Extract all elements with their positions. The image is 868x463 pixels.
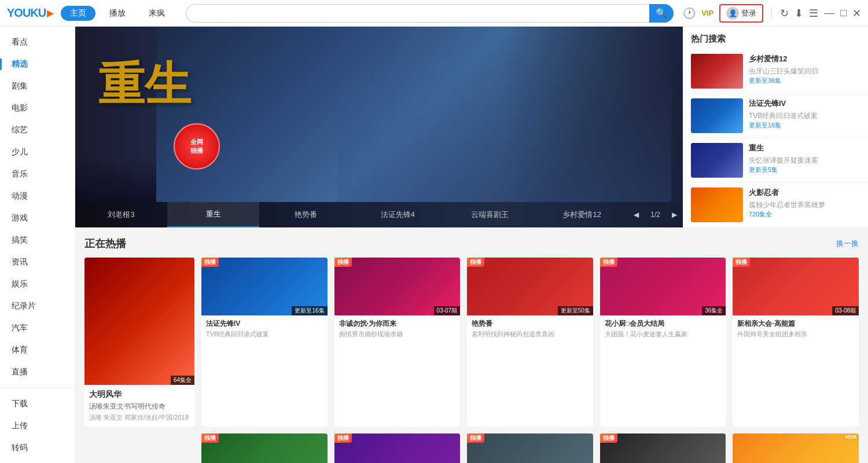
banner-nav-3[interactable]: 艳势番: [259, 203, 351, 227]
minimize-icon[interactable]: —: [824, 7, 834, 19]
close-icon[interactable]: ✕: [852, 7, 861, 20]
video-card-10[interactable]: HDR 更新至32集 幸福敲了两次门 两对夫妻的烦恼人生: [733, 433, 859, 463]
user-avatar-icon: 👤: [726, 7, 739, 20]
hot-info-4: 火影忍者 孤独少年忍者世界英雄梦 720集全: [749, 188, 860, 222]
hot-search-panel: 热门搜索 乡村爱情12 虫牙山三巨头爆笑回归 更新至36集: [683, 27, 868, 227]
hot-thumb-img-2: [691, 98, 743, 133]
sidebar-item-gaoxiao[interactable]: 搞笑: [0, 229, 75, 251]
video-large-card[interactable]: 64集全 大明风华 汤唯朱亚文书写明代传奇 汤唯 朱亚文 邓家佳/张妊/中国/2…: [84, 258, 194, 427]
hot-sub-4: 720集全: [749, 210, 860, 219]
login-button[interactable]: 👤 登录: [719, 4, 763, 23]
sidebar-item-youxi[interactable]: 游戏: [0, 207, 75, 229]
hot-desc-4: 孤独少年忍者世界英雄梦: [749, 200, 860, 210]
hot-name-2: 法证先锋IV: [749, 98, 860, 109]
banner-nav-5[interactable]: 云端喜剧王: [444, 203, 536, 227]
nav-home[interactable]: 主页: [61, 6, 95, 21]
large-title: 大明风华: [89, 389, 190, 400]
video-card-6[interactable]: 独播 更新至14集 百兽总动员·燃到爆 恐龙合体 热血出击: [201, 433, 328, 463]
sidebar-item-kandian[interactable]: 看点: [0, 31, 75, 53]
banner-exclusive-badge: 全网 独播: [174, 123, 220, 170]
video-card-1[interactable]: 独播 更新至16集 法证先锋IV TVB经典回归港式破案: [201, 258, 328, 427]
hot-plays-section: 正在热播 换一换 64集全 大明风华 汤唯朱亚文书写明代传奇: [75, 227, 868, 463]
banner-title-text: 重生: [98, 61, 191, 108]
badge-6: 独播: [201, 433, 219, 443]
maximize-icon[interactable]: □: [840, 7, 847, 19]
thumb-6: 独播 更新至14集: [201, 433, 328, 463]
hot-item-1[interactable]: 乡村爱情12 虫牙山三巨头爆笑回归 更新至36集: [683, 49, 868, 94]
sidebar-item-shaoer[interactable]: 少儿: [0, 141, 75, 163]
video-card-4[interactable]: 独播 36集全 花小厨□会员大结局 大团圆！花小麦迷妻人生赢家: [600, 258, 726, 427]
sidebar-item-zhuanma[interactable]: 转码: [0, 437, 75, 459]
hot-info-1: 乡村爱情12 虫牙山三巨头爆笑回归 更新至36集: [749, 54, 860, 89]
ep-2: 03-07期: [434, 306, 461, 315]
banner-nav-2[interactable]: 重生: [167, 202, 259, 227]
video-card-2[interactable]: 独播 03-07期 非诚勿扰·为你而来 痴情男市婚纱现场求婚: [334, 258, 461, 427]
hot-thumb-4: [691, 188, 743, 222]
video-card-5[interactable]: 独播 03-08期 新相亲大会·高能篇 外国帅哥美女组团来相亲: [733, 258, 859, 427]
video-card-7[interactable]: 独播 30集全 景德镇·传奇女子 夫君殉窑！玉茹为爱被迫成长: [334, 433, 461, 463]
sidebar-item-zhibo[interactable]: 直播: [0, 361, 75, 383]
thumb-5: 独播 03-08期: [733, 258, 859, 315]
desc-5: 外国帅哥美女组团来相亲: [737, 330, 854, 339]
badge-line1: 全网: [190, 138, 203, 146]
banner-people: [337, 44, 672, 202]
banner-next-arrow[interactable]: ▶: [666, 211, 683, 219]
sidebar-item-dianying[interactable]: 电影: [0, 97, 75, 119]
banner-people-silhouette: [337, 44, 672, 202]
video-card-9[interactable]: 独播 03-06集 网络骗局第四季 百变色魔网上猎艳女性: [600, 433, 726, 463]
hot-item-3[interactable]: 重生 失忆张译拨开疑案迷雾 更新至5集: [683, 138, 868, 183]
sidebar-item-zixun[interactable]: 资讯: [0, 251, 75, 273]
sidebar-item-juji[interactable]: 剧集: [0, 75, 75, 97]
thumb-10: HDR 更新至32集: [733, 433, 859, 463]
banner-prev-arrow[interactable]: ◀: [628, 211, 645, 219]
logo-text: YOUKU: [7, 6, 46, 20]
nav-lafeng[interactable]: 来疯: [139, 6, 174, 21]
header-right: 🕐 VIP 👤 登录 ↻ ⬇ ☰ — □ ✕: [683, 4, 861, 23]
sidebar-item-dongman[interactable]: 动漫: [0, 185, 75, 207]
video-row-1: 64集全 大明风华 汤唯朱亚文书写明代传奇 汤唯 朱亚文 邓家佳/张妊/中国/2…: [84, 258, 859, 427]
info-4: 花小厨□会员大结局 大团圆！花小麦迷妻人生赢家: [600, 315, 726, 342]
search-button[interactable]: 🔍: [649, 4, 674, 23]
banner-title: 重生: [98, 61, 191, 108]
large-subtitle: 汤唯朱亚文书写明代传奇: [89, 402, 190, 411]
large-info: 大明风华 汤唯朱亚文书写明代传奇 汤唯 朱亚文 邓家佳/张妊/中国/2019: [84, 385, 194, 427]
hot-name-3: 重生: [749, 143, 860, 153]
banner-nav-4[interactable]: 法证先锋4: [352, 203, 444, 227]
hot-item-4[interactable]: 火影忍者 孤独少年忍者世界英雄梦 720集全: [683, 183, 868, 227]
download-icon[interactable]: ⬇: [795, 7, 803, 20]
refresh-button[interactable]: 换一换: [836, 238, 859, 249]
sidebar-item-yinyue[interactable]: 音乐: [0, 163, 75, 185]
banner-nav-1[interactable]: 刘老根3: [75, 203, 167, 227]
main-layout: 看点 精选 剧集 电影 综艺 少儿 音乐 动漫 游戏 搞笑 资讯 娱乐 纪录片 …: [0, 27, 868, 463]
badge-3: 独播: [467, 258, 484, 267]
sidebar-item-jingxuan[interactable]: 精选: [0, 53, 75, 75]
sidebar-item-jilupian[interactable]: 纪录片: [0, 295, 75, 317]
nav-play[interactable]: 播放: [100, 6, 135, 21]
clock-icon[interactable]: 🕐: [683, 7, 696, 20]
desc-4: 大团圆！花小麦迷妻人生赢家: [605, 330, 722, 339]
search-input[interactable]: [186, 4, 649, 23]
badge-2: 独播: [334, 258, 352, 267]
vip-button[interactable]: VIP: [701, 9, 713, 17]
menu-icon[interactable]: ☰: [809, 7, 818, 20]
desc-2: 痴情男市婚纱现场求婚: [339, 330, 456, 339]
refresh-icon[interactable]: ↻: [780, 7, 789, 20]
sidebar-item-shangchuan[interactable]: 上传: [0, 415, 75, 437]
sidebar-item-zongyi[interactable]: 综艺: [0, 119, 75, 141]
hot-sub-3: 更新至5集: [749, 166, 860, 174]
banner[interactable]: 重生 全网 独播 刘老根3 重生: [75, 27, 683, 227]
content-area: 重生 全网 独播 刘老根3 重生: [75, 27, 868, 463]
sidebar-item-qiche[interactable]: 汽车: [0, 317, 75, 339]
sidebar-item-yule[interactable]: 娱乐: [0, 273, 75, 295]
section-header: 正在热播 换一换: [84, 237, 859, 251]
sidebar-item-xiazai[interactable]: 下载: [0, 393, 75, 415]
logo[interactable]: YOUKU ▶: [7, 6, 54, 20]
video-card-3[interactable]: 独播 更新至50集 艳势番 索利明找到神秘药包追查真凶: [467, 258, 593, 427]
title-1: 法证先锋IV: [206, 319, 323, 329]
hdr-badge: HDR: [843, 433, 859, 440]
sidebar-item-tiyu[interactable]: 体育: [0, 339, 75, 361]
hot-item-2[interactable]: 法证先锋IV TVB经典回归港式破案 更新至16集: [683, 94, 868, 138]
badge-1: 独播: [201, 258, 219, 267]
banner-nav-6[interactable]: 乡村爱情12: [536, 203, 628, 227]
video-card-8[interactable]: 独播 03-04集 局部□美第奇家族 文艺复兴大师背后的影子家族: [467, 433, 593, 463]
